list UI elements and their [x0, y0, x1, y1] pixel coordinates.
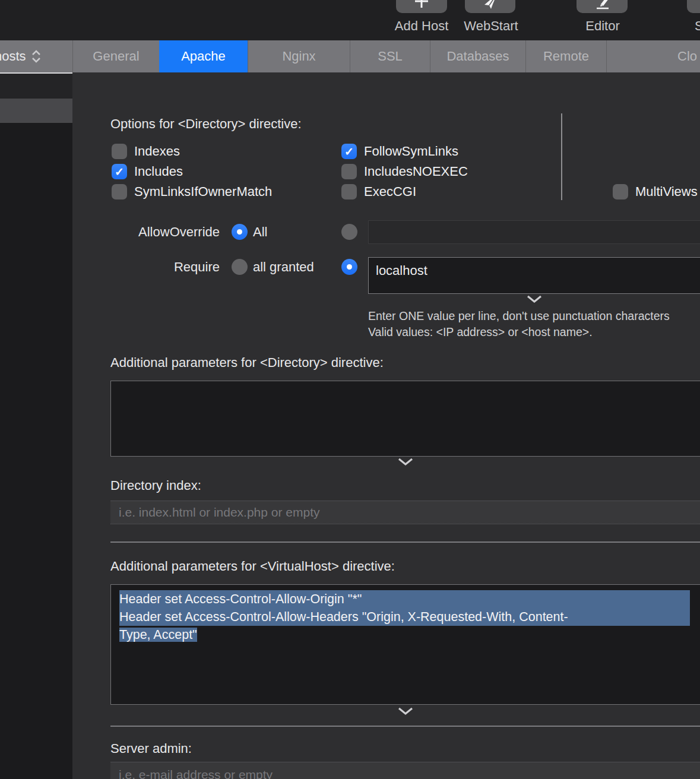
- tab-remote[interactable]: Remote: [525, 40, 606, 72]
- checkbox-label: ExecCGI: [364, 184, 416, 200]
- dir-params-label: Additional parameters for <Directory> di…: [110, 355, 384, 370]
- checkbox-label: SymLinksIfOwnerMatch: [134, 184, 272, 200]
- dir-params-textarea[interactable]: [110, 381, 700, 457]
- server-admin-label: Server admin:: [110, 741, 192, 756]
- checkbox-unchecked-icon[interactable]: [613, 184, 628, 200]
- allowoverride-custom-field[interactable]: [368, 220, 700, 244]
- tab-ssl[interactable]: SSL: [350, 40, 430, 72]
- vhost-params-label: Additional parameters for <VirtualHost> …: [110, 559, 395, 574]
- editor-label: Editor: [584, 18, 622, 34]
- directory-index-placeholder: i.e. index.html or index.php or empty: [119, 505, 320, 520]
- partial-toolbar-label: S: [695, 18, 700, 34]
- checkbox-unchecked-icon[interactable]: [341, 184, 357, 200]
- checkbox-label: MultiViews: [635, 184, 698, 200]
- options-vertical-divider: [561, 113, 562, 200]
- partial-toolbar-button[interactable]: [687, 0, 700, 13]
- allowoverride-all-radio[interactable]: [232, 224, 248, 240]
- host-list-item-selected[interactable]: [0, 99, 72, 123]
- allowoverride-custom-radio[interactable]: [341, 224, 357, 240]
- vhost-params-line1: Header set Access-Control-Allow-Origin "…: [119, 590, 690, 608]
- pencil-icon: [593, 0, 611, 12]
- require-hint-line2: Valid values: <IP address> or <host name…: [368, 325, 593, 339]
- checkbox-includes[interactable]: ✓ Includes: [112, 163, 183, 180]
- hosts-sidebar: [0, 72, 72, 779]
- checkbox-unchecked-icon[interactable]: [341, 164, 357, 179]
- require-allgranted-radio[interactable]: [232, 259, 248, 275]
- expand-chevron-icon[interactable]: [398, 707, 413, 715]
- allowoverride-label: AllowOverride: [110, 224, 220, 240]
- tab-databases[interactable]: Databases: [430, 40, 525, 72]
- vhost-params-line2: Header set Access-Control-Allow-Headers …: [119, 608, 690, 626]
- plus-icon: [413, 0, 430, 12]
- add-host-label: Add Host: [393, 18, 450, 34]
- vhost-params-textarea[interactable]: Header set Access-Control-Allow-Origin "…: [110, 584, 700, 705]
- checkbox-checked-icon[interactable]: ✓: [112, 164, 127, 179]
- checkbox-unchecked-icon[interactable]: [112, 144, 127, 159]
- section-divider: [110, 542, 700, 543]
- checkbox-includesnoexec[interactable]: IncludesNOEXEC: [341, 163, 468, 180]
- directory-index-input[interactable]: i.e. index.html or index.php or empty: [110, 501, 700, 524]
- webstart-button[interactable]: [465, 0, 515, 13]
- checkbox-symlinksifownermatch[interactable]: SymLinksIfOwnerMatch: [112, 183, 272, 200]
- sort-chevrons-icon[interactable]: [30, 48, 42, 65]
- vhost-params-line3: Type, Accept": [119, 628, 197, 642]
- server-admin-input[interactable]: i.e. e-mail address or empty: [110, 762, 700, 779]
- checkbox-followsymlinks[interactable]: ✓ FollowSymLinks: [341, 143, 458, 160]
- checkbox-indexes[interactable]: Indexes: [112, 143, 180, 160]
- require-custom-radio[interactable]: [341, 259, 357, 275]
- options-directive-label: Options for <Directory> directive:: [110, 116, 302, 132]
- checkbox-unchecked-icon[interactable]: [112, 184, 127, 200]
- add-host-button[interactable]: [396, 0, 447, 13]
- section-divider: [110, 726, 700, 727]
- tab-nginx[interactable]: Nginx: [248, 40, 350, 72]
- webstart-label: WebStart: [461, 18, 521, 34]
- tab-apache[interactable]: Apache: [159, 40, 248, 72]
- app-window: Add Host WebStart Editor S hosts General…: [0, 0, 700, 779]
- checkbox-execcgi[interactable]: ExecCGI: [341, 183, 416, 200]
- tab-cloud[interactable]: Clo: [606, 40, 700, 72]
- toolbar: Add Host WebStart Editor S: [0, 0, 700, 40]
- require-allgranted-label: all granted: [253, 259, 314, 275]
- expand-chevron-icon[interactable]: [527, 295, 542, 303]
- checkbox-label: Includes: [134, 164, 183, 179]
- paper-plane-icon: [482, 0, 499, 12]
- checkbox-checked-icon[interactable]: ✓: [341, 144, 357, 159]
- require-hint-line1: Enter ONE value per line, don't use punc…: [368, 309, 670, 323]
- hosts-list-header[interactable]: hosts: [0, 40, 72, 72]
- checkbox-label: IncludesNOEXEC: [364, 164, 468, 179]
- host-list-item[interactable]: [0, 74, 72, 99]
- checkbox-label: Indexes: [134, 144, 180, 159]
- directory-index-label: Directory index:: [110, 478, 201, 493]
- hosts-header-label: hosts: [0, 49, 26, 64]
- require-label: Require: [110, 259, 220, 275]
- require-value-field[interactable]: localhost: [368, 257, 700, 294]
- tab-general[interactable]: General: [72, 40, 159, 72]
- expand-chevron-icon[interactable]: [398, 458, 413, 466]
- editor-button[interactable]: [577, 0, 628, 13]
- checkbox-multiviews[interactable]: MultiViews: [613, 183, 698, 200]
- checkbox-label: FollowSymLinks: [364, 144, 458, 159]
- allowoverride-all-label: All: [253, 224, 267, 240]
- tab-bar: hosts General Apache Nginx SSL Databases…: [0, 40, 700, 72]
- server-admin-placeholder: i.e. e-mail address or empty: [119, 768, 273, 779]
